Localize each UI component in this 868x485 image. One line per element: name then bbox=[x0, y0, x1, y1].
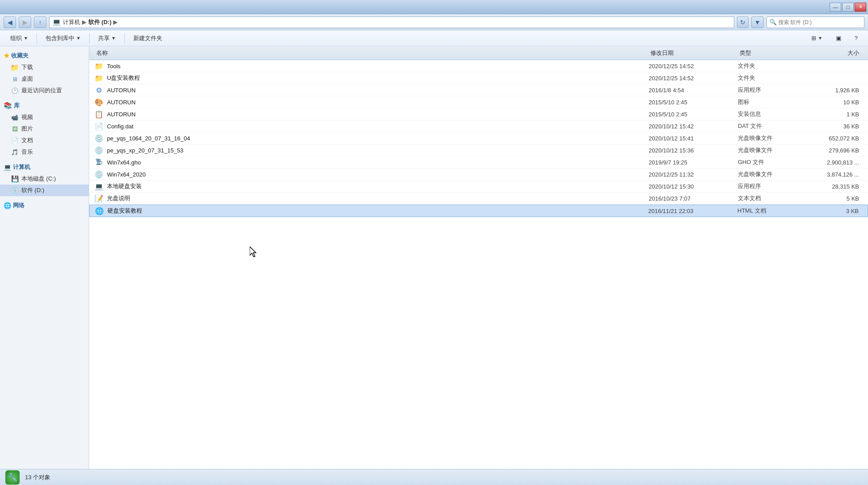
file-size: 2,900,813 ... bbox=[809, 159, 863, 166]
table-row[interactable]: 📝 光盘说明 2016/10/23 7:07 文本文档 5 KB bbox=[89, 193, 868, 205]
downloads-icon: 📁 bbox=[11, 63, 19, 71]
forward-button[interactable]: ▶ bbox=[19, 16, 31, 28]
file-size: 279,696 KB bbox=[809, 147, 863, 154]
refresh-icon: ↻ bbox=[740, 19, 745, 26]
up-button[interactable]: ↑ bbox=[34, 16, 46, 28]
view-button[interactable]: ⊞ ▼ bbox=[806, 32, 828, 45]
col-header-size[interactable]: 大小 bbox=[809, 48, 863, 58]
file-icon: 📁 bbox=[95, 62, 103, 70]
file-name: AUTORUN bbox=[107, 99, 136, 106]
table-row[interactable]: 📄 Config.dat 2020/10/12 15:42 DAT 文件 36 … bbox=[89, 120, 868, 132]
library-label: 库 bbox=[14, 102, 20, 110]
table-row[interactable]: 🎨 AUTORUN 2015/5/10 2:45 图标 10 KB bbox=[89, 96, 868, 108]
file-date: 2016/11/21 22:03 bbox=[648, 208, 737, 214]
library-header[interactable]: 📚 库 bbox=[0, 100, 89, 111]
local-c-label: 本地磁盘 (C:) bbox=[21, 175, 56, 183]
file-size: 10 KB bbox=[809, 99, 863, 106]
file-name: 硬盘安装教程 bbox=[107, 207, 142, 215]
file-icon: 📄 bbox=[95, 122, 103, 131]
file-name: pe_yqs_xp_20_07_31_15_53 bbox=[107, 147, 183, 154]
file-icon: 🗜 bbox=[95, 158, 103, 167]
file-name: Config.dat bbox=[107, 123, 133, 130]
file-type: 光盘映像文件 bbox=[738, 134, 809, 142]
table-row[interactable]: 💻 本地硬盘安装 2020/10/12 15:30 应用程序 28,315 KB bbox=[89, 181, 868, 193]
include-library-button[interactable]: 包含到库中 ▼ bbox=[40, 32, 86, 45]
sidebar-item-documents[interactable]: 📄 文档 bbox=[0, 135, 89, 146]
sidebar-item-music[interactable]: 🎵 音乐 bbox=[0, 146, 89, 158]
file-name-cell: 💿 pe_yqs_1064_20_07_31_16_04 bbox=[95, 134, 649, 143]
drive-c-icon: 💾 bbox=[11, 175, 19, 183]
file-icon: 🎨 bbox=[95, 98, 103, 107]
maximize-button[interactable]: □ bbox=[842, 3, 854, 12]
file-date: 2015/5/10 2:45 bbox=[649, 99, 738, 106]
col-header-date[interactable]: 修改日期 bbox=[649, 48, 738, 58]
file-size: 1 KB bbox=[809, 111, 863, 118]
statusbar: 🔧 13 个对象 bbox=[0, 469, 868, 485]
share-button[interactable]: 共享 ▼ bbox=[92, 32, 122, 45]
file-name: AUTORUN bbox=[107, 87, 136, 94]
search-input[interactable] bbox=[778, 19, 861, 25]
file-type: 文件夹 bbox=[738, 74, 809, 82]
new-folder-button[interactable]: 新建文件夹 bbox=[128, 32, 168, 45]
file-icon: 📋 bbox=[95, 110, 103, 119]
address-bar: ◀ ▶ ↑ 💻 计算机 ▶ 软件 (D:) ▶ ↻ ▼ 🔍 bbox=[0, 14, 868, 30]
organize-label: 组织 bbox=[10, 34, 22, 42]
panel-button[interactable]: ▣ bbox=[830, 32, 847, 45]
table-row[interactable]: ⚙ AUTORUN 2016/1/8 4:54 应用程序 1,926 KB bbox=[89, 84, 868, 96]
path-part-2[interactable]: 软件 (D:) bbox=[88, 18, 111, 26]
refresh-button[interactable]: ↻ bbox=[737, 16, 749, 28]
file-date: 2019/9/7 19:25 bbox=[649, 159, 738, 166]
network-header[interactable]: 🌐 网络 bbox=[0, 200, 89, 211]
table-row[interactable]: 🗜 Win7x64.gho 2019/9/7 19:25 GHO 文件 2,90… bbox=[89, 156, 868, 169]
sidebar-item-local-c[interactable]: 💾 本地磁盘 (C:) bbox=[0, 173, 89, 185]
minimize-button[interactable]: — bbox=[830, 3, 841, 12]
sidebar-item-desktop[interactable]: 🖥 桌面 bbox=[0, 73, 89, 85]
dropdown-button[interactable]: ▼ bbox=[751, 16, 764, 28]
titlebar: — □ ✕ bbox=[0, 0, 868, 14]
file-rows-container: 📁 Tools 2020/12/25 14:52 文件夹 📁 U盘安装教程 20… bbox=[89, 60, 868, 217]
col-header-type[interactable]: 类型 bbox=[738, 48, 809, 58]
favorites-header[interactable]: ★ 收藏夹 bbox=[0, 50, 89, 62]
search-box[interactable]: 🔍 bbox=[766, 16, 864, 28]
help-button[interactable]: ? bbox=[849, 32, 864, 45]
music-icon: 🎵 bbox=[11, 148, 19, 156]
table-row[interactable]: 💿 pe_yqs_1064_20_07_31_16_04 2020/10/12 … bbox=[89, 132, 868, 144]
file-date: 2020/10/12 15:41 bbox=[649, 135, 738, 142]
computer-label: 计算机 bbox=[13, 163, 30, 171]
file-name: Win7x64_2020 bbox=[107, 171, 146, 178]
table-row[interactable]: 💿 Win7x64_2020 2020/12/25 11:32 光盘映像文件 3… bbox=[89, 169, 868, 181]
file-type: 文件夹 bbox=[738, 62, 809, 70]
back-button[interactable]: ◀ bbox=[4, 16, 16, 28]
dropdown-icon: ▼ bbox=[754, 19, 761, 26]
close-button[interactable]: ✕ bbox=[855, 3, 866, 12]
separator-2 bbox=[89, 33, 90, 44]
col-header-name[interactable]: 名称 bbox=[95, 48, 649, 58]
path-part-1[interactable]: 计算机 bbox=[63, 18, 80, 26]
table-row[interactable]: 💿 pe_yqs_xp_20_07_31_15_53 2020/10/12 15… bbox=[89, 144, 868, 156]
table-row[interactable]: 📋 AUTORUN 2015/5/10 2:45 安装信息 1 KB bbox=[89, 108, 868, 120]
include-library-label: 包含到库中 bbox=[45, 34, 74, 42]
sidebar-item-pictures[interactable]: 🖼 图片 bbox=[0, 123, 89, 135]
sidebar-item-software-d[interactable]: 💿 软件 (D:) bbox=[0, 185, 89, 196]
file-name-cell: ⚙ AUTORUN bbox=[95, 86, 649, 95]
network-section: 🌐 网络 bbox=[0, 200, 89, 211]
file-name-cell: 💿 pe_yqs_xp_20_07_31_15_53 bbox=[95, 146, 649, 155]
sidebar-item-downloads[interactable]: 📁 下载 bbox=[0, 62, 89, 73]
table-row[interactable]: 📁 Tools 2020/12/25 14:52 文件夹 bbox=[89, 60, 868, 72]
computer-header[interactable]: 💻 计算机 bbox=[0, 161, 89, 173]
file-name: U盘安装教程 bbox=[107, 74, 140, 82]
file-type: 安装信息 bbox=[738, 110, 809, 118]
search-icon: 🔍 bbox=[769, 19, 777, 25]
favorites-section: ★ 收藏夹 📁 下载 🖥 桌面 🕐 最近访问的位置 bbox=[0, 50, 89, 96]
table-row[interactable]: 🌐 硬盘安装教程 2016/11/21 22:03 HTML 文档 3 KB bbox=[89, 205, 868, 217]
sidebar-item-recent[interactable]: 🕐 最近访问的位置 bbox=[0, 85, 89, 96]
address-path[interactable]: 💻 计算机 ▶ 软件 (D:) ▶ bbox=[49, 16, 734, 28]
organize-button[interactable]: 组织 ▼ bbox=[4, 32, 34, 45]
sidebar-item-video[interactable]: 📹 视频 bbox=[0, 111, 89, 123]
panel-icon: ▣ bbox=[836, 35, 841, 41]
table-row[interactable]: 📁 U盘安装教程 2020/12/25 14:52 文件夹 bbox=[89, 72, 868, 84]
file-name: 光盘说明 bbox=[107, 194, 130, 202]
file-name-cell: 📁 U盘安装教程 bbox=[95, 74, 649, 82]
file-name-cell: 📁 Tools bbox=[95, 62, 649, 70]
computer-icon-small: 💻 bbox=[52, 18, 61, 26]
